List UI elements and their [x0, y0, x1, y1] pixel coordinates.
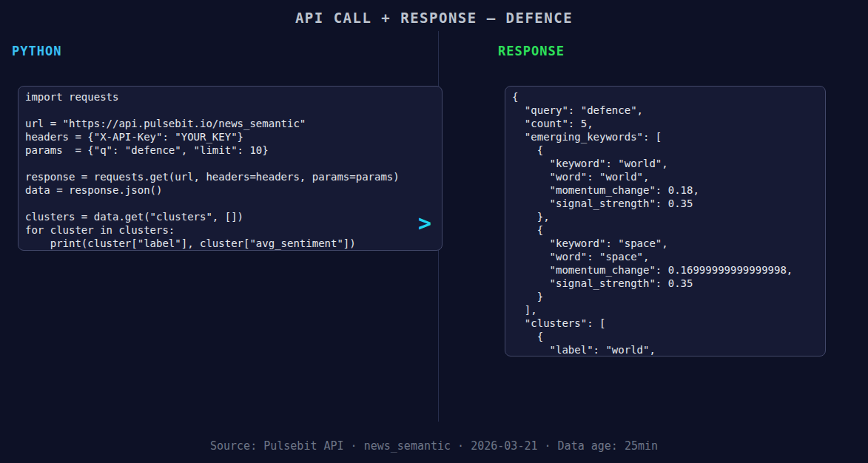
source-footer: Source: Pulsebit API · news_semantic · 2… — [0, 439, 868, 453]
response-panel-label: RESPONSE — [498, 44, 565, 58]
page-title: API CALL + RESPONSE — DEFENCE — [0, 10, 868, 26]
response-json-block: { "query": "defence", "count": 5, "emerg… — [505, 86, 826, 356]
python-panel-label: PYTHON — [12, 44, 61, 58]
run-arrow-icon: > — [418, 212, 431, 234]
python-code-block: import requests url = "https://api.pulse… — [18, 86, 443, 251]
api-call-response-page: API CALL + RESPONSE — DEFENCE PYTHON imp… — [0, 0, 868, 463]
